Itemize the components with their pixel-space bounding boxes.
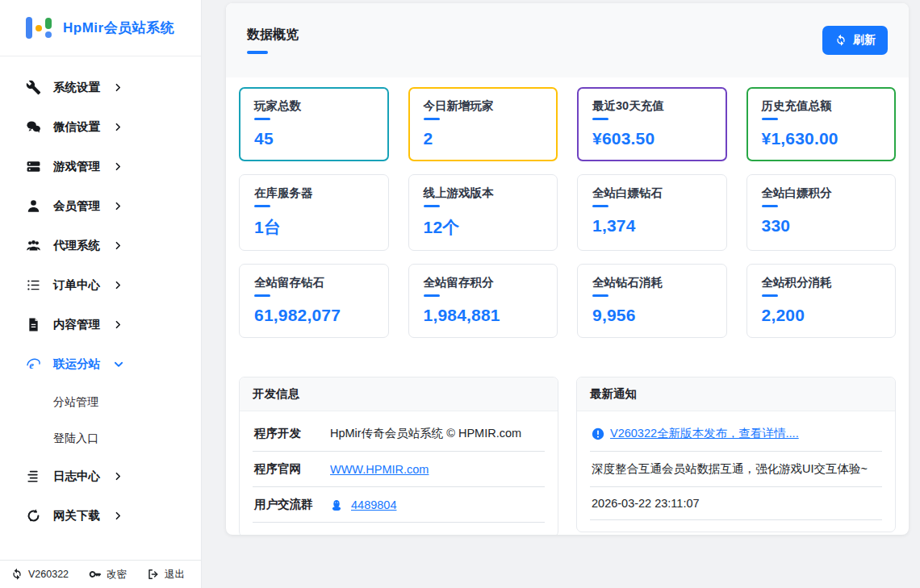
chevron-right-icon bbox=[114, 320, 123, 329]
chevron-right-icon bbox=[114, 202, 123, 211]
sidebar-item-label: 日志中心 bbox=[53, 469, 100, 484]
chevron-right-icon bbox=[114, 281, 123, 290]
overview-header: 数据概览 刷新 bbox=[226, 3, 909, 77]
sidebar-item-log-center[interactable]: 日志中心 bbox=[0, 457, 201, 496]
refresh-icon bbox=[10, 568, 23, 581]
svg-text:e: e bbox=[29, 360, 34, 371]
dev-info-title: 开发信息 bbox=[240, 377, 558, 411]
sidebar-item-gateway-download[interactable]: 网关下载 bbox=[0, 496, 201, 536]
sidebar-item-union-substation[interactable]: e 联运分站 bbox=[0, 344, 201, 384]
brand-title: HpMir会员站系统 bbox=[63, 19, 174, 37]
chevron-right-icon bbox=[114, 123, 123, 131]
document-icon bbox=[25, 317, 41, 333]
dev-info-row-developer: 程序开发 HpMir传奇会员站系统 © HPMIR.com bbox=[253, 416, 545, 452]
brand-logo-icon bbox=[26, 17, 52, 39]
refresh-label: 刷新 bbox=[853, 33, 876, 48]
chevron-right-icon bbox=[114, 511, 123, 520]
notice-item-description: 深度整合互通会员站数据互通，强化游戏UI交互体验~ bbox=[590, 452, 882, 487]
overview-panel: 数据概览 刷新 玩家总数 45 今日新增玩家 bbox=[226, 3, 909, 535]
sidebar-item-content-management[interactable]: 内容管理 bbox=[0, 305, 201, 344]
stat-card-points-consumed: 全站积分消耗 2,200 bbox=[746, 264, 897, 338]
sidebar-item-label: 游戏管理 bbox=[53, 159, 100, 174]
stat-card-diamonds-consumed: 全站钻石消耗 9,956 bbox=[577, 264, 727, 338]
chevron-right-icon bbox=[114, 162, 123, 171]
version-label: V260322 bbox=[28, 569, 69, 580]
sidebar-item-label: 内容管理 bbox=[53, 317, 100, 332]
change-password-label: 改密 bbox=[107, 568, 127, 582]
tools-icon bbox=[25, 80, 41, 96]
users-icon bbox=[25, 238, 41, 254]
sidebar-subitem-substation-management[interactable]: 分站管理 bbox=[0, 384, 201, 420]
qq-group-link[interactable]: 4489804 bbox=[351, 498, 396, 511]
app-root: HpMir会员站系统 系统设置 微信设置 游 bbox=[0, 0, 920, 588]
refresh-button[interactable]: 刷新 bbox=[822, 26, 888, 55]
sidebar-item-wechat-settings[interactable]: 微信设置 bbox=[0, 107, 201, 147]
page-title: 数据概览 bbox=[247, 27, 299, 44]
wechat-icon bbox=[25, 119, 41, 136]
stat-card-free-points: 全站白嫖积分 330 bbox=[746, 174, 897, 251]
sidebar-item-label: 订单中心 bbox=[53, 277, 100, 293]
sidebar-item-label: 网关下载 bbox=[53, 508, 100, 523]
version-button[interactable]: V260322 bbox=[10, 568, 69, 581]
stat-card-servers: 在库服务器 1台 bbox=[239, 174, 389, 251]
sidebar-item-game-management[interactable]: 游戏管理 bbox=[0, 147, 201, 186]
notices-title: 最新通知 bbox=[577, 377, 895, 411]
title-underline bbox=[247, 51, 268, 54]
bottom-panels: 开发信息 程序开发 HpMir传奇会员站系统 © HPMIR.com 程序官网 … bbox=[239, 377, 896, 535]
sidebar-item-label: 微信设置 bbox=[53, 119, 100, 135]
qq-icon bbox=[330, 498, 343, 511]
stat-card-retained-diamonds: 全站留存钻石 61,982,077 bbox=[239, 264, 389, 338]
stat-card-total-recharge: 历史充值总额 ¥1,630.00 bbox=[746, 87, 897, 161]
sidebar-item-member-management[interactable]: 会员管理 bbox=[0, 186, 201, 226]
chevron-right-icon bbox=[114, 83, 123, 92]
logout-icon bbox=[147, 568, 160, 581]
release-notice-link[interactable]: V260322全新版本发布，查看详情.... bbox=[610, 426, 799, 441]
official-website-link[interactable]: WWW.HPMIR.com bbox=[330, 463, 429, 476]
key-icon bbox=[89, 568, 102, 581]
dev-info-row-group: 用户交流群 4489804 bbox=[253, 487, 545, 523]
brand: HpMir会员站系统 bbox=[0, 0, 201, 56]
browser-e-icon: e bbox=[25, 357, 41, 373]
sidebar-item-order-center[interactable]: 订单中心 bbox=[0, 265, 201, 305]
sidebar-footer: V260322 改密 退出 bbox=[0, 560, 201, 588]
download-icon bbox=[25, 508, 41, 524]
stat-card-new-players-today: 今日新增玩家 2 bbox=[408, 87, 558, 161]
stat-card-retained-points: 全站留存积分 1,984,881 bbox=[408, 264, 558, 338]
sidebar-subitem-login-entry[interactable]: 登陆入口 bbox=[0, 420, 201, 457]
sidebar-menu: 系统设置 微信设置 游戏管理 会员 bbox=[0, 56, 201, 560]
server-icon bbox=[25, 159, 41, 175]
main-content: 数据概览 刷新 玩家总数 45 今日新增玩家 bbox=[202, 0, 920, 588]
stat-cards-grid: 玩家总数 45 今日新增玩家 2 最近30天充值 ¥603.50 历史充值总额 bbox=[226, 77, 909, 338]
dev-info-panel: 开发信息 程序开发 HpMir传奇会员站系统 © HPMIR.com 程序官网 … bbox=[239, 377, 558, 535]
notice-item-release: V260322全新版本发布，查看详情.... bbox=[590, 416, 882, 452]
sidebar-item-label: 联运分站 bbox=[53, 357, 100, 372]
stat-card-game-versions: 线上游戏版本 12个 bbox=[408, 174, 558, 251]
list-icon bbox=[25, 277, 41, 294]
chevron-right-icon bbox=[114, 472, 123, 481]
user-icon bbox=[25, 198, 41, 215]
sidebar-item-agent-system[interactable]: 代理系统 bbox=[0, 226, 201, 265]
change-password-button[interactable]: 改密 bbox=[89, 568, 127, 582]
dev-info-row-website: 程序官网 WWW.HPMIR.com bbox=[253, 452, 545, 487]
chevron-right-icon bbox=[114, 241, 123, 250]
stat-card-total-players: 玩家总数 45 bbox=[239, 87, 389, 161]
logout-button[interactable]: 退出 bbox=[147, 568, 185, 582]
info-icon bbox=[592, 427, 604, 440]
refresh-icon bbox=[834, 34, 847, 47]
notices-panel: 最新通知 V260322全新版本发布，查看详情.... 深度整合互通会员站数据互… bbox=[576, 377, 896, 532]
sidebar: HpMir会员站系统 系统设置 微信设置 游 bbox=[0, 0, 202, 588]
log-icon bbox=[25, 469, 41, 485]
notice-item-timestamp: 2026-03-22 23:11:07 bbox=[590, 487, 882, 520]
logout-label: 退出 bbox=[165, 568, 185, 582]
sidebar-item-system-settings[interactable]: 系统设置 bbox=[0, 68, 201, 107]
stat-card-recharge-30days: 最近30天充值 ¥603.50 bbox=[577, 87, 727, 161]
sidebar-item-label: 系统设置 bbox=[53, 80, 100, 95]
sidebar-item-label: 代理系统 bbox=[53, 238, 100, 253]
stat-card-free-diamonds: 全站白嫖钻石 1,374 bbox=[577, 174, 727, 251]
sidebar-item-label: 会员管理 bbox=[53, 198, 100, 214]
chevron-down-icon bbox=[114, 360, 123, 369]
